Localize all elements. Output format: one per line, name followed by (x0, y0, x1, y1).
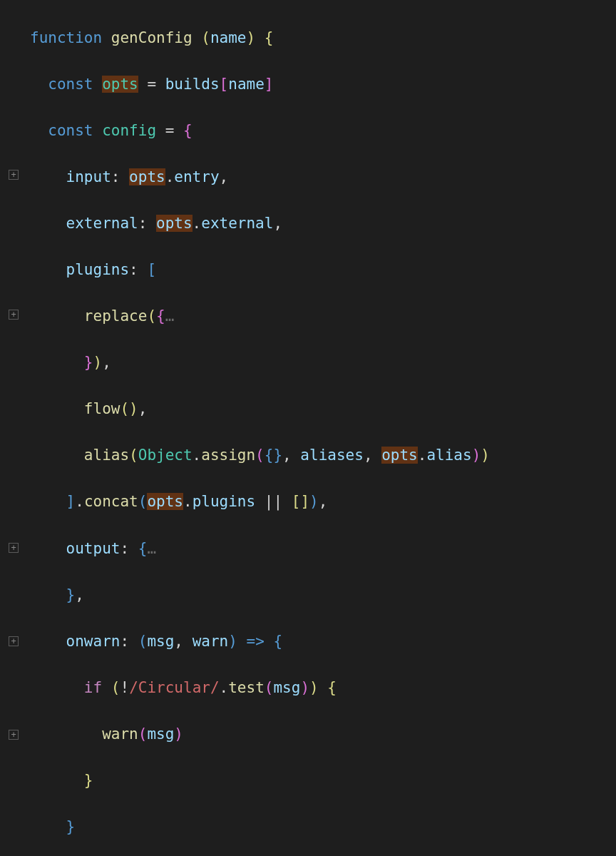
code-line: plugins: [ (30, 258, 490, 282)
code-line: output: {… (30, 537, 490, 561)
code-line: if (!/Circular/.test(msg)) { (30, 676, 490, 700)
fold-icon[interactable]: + (9, 730, 19, 740)
code-editor[interactable]: function genConfig (name) { const opts =… (30, 3, 490, 856)
code-line: alias(Object.assign({}, aliases, opts.al… (30, 444, 490, 467)
code-line: flow(), (30, 397, 490, 421)
code-line: }), (30, 351, 490, 374)
code-line: replace({… (30, 305, 490, 328)
code-line: } (30, 815, 490, 839)
fold-icon[interactable]: + (9, 310, 19, 320)
code-line: }, (30, 584, 490, 607)
fold-icon[interactable]: + (9, 636, 19, 646)
code-line: onwarn: (msg, warn) => { (30, 630, 490, 653)
fold-icon[interactable]: + (9, 170, 19, 180)
gutter: + + + + + (0, 0, 27, 856)
code-line: function genConfig (name) { (30, 26, 490, 50)
code-line: external: opts.external, (30, 212, 490, 235)
code-line: ].concat(opts.plugins || []), (30, 490, 490, 514)
code-line: input: opts.entry, (30, 165, 490, 189)
code-line: } (30, 769, 490, 793)
code-line: const config = { (30, 119, 490, 143)
fold-icon[interactable]: + (9, 543, 19, 553)
code-line: const opts = builds[name] (30, 73, 490, 96)
code-line: warn(msg) (30, 723, 490, 746)
